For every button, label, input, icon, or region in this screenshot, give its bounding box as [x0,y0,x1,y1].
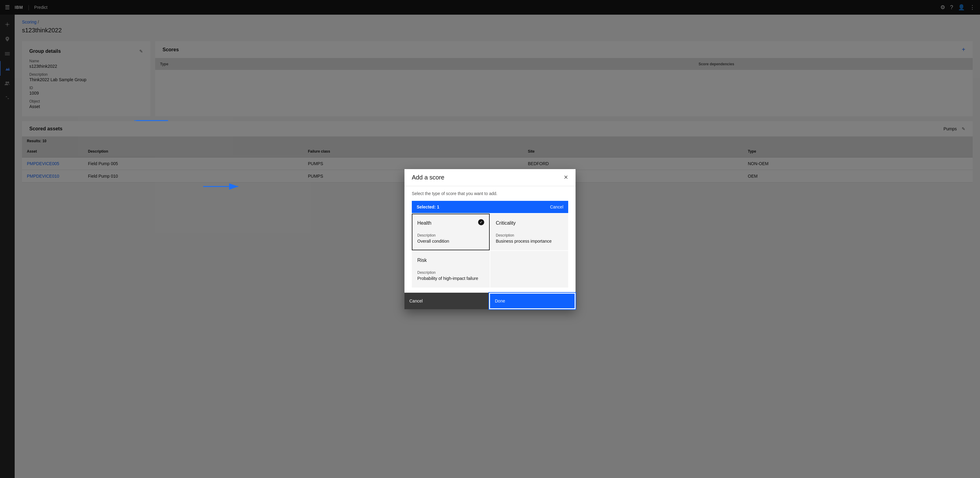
modal-subtitle: Select the type of score that you want t… [412,191,568,196]
score-option-risk[interactable]: Risk Description Probability of high-imp… [412,251,490,287]
criticality-desc-label: Description [496,233,563,237]
risk-desc-label: Description [417,270,484,275]
score-option-criticality[interactable]: Criticality Description Business process… [490,214,568,250]
risk-option-name: Risk [417,257,484,263]
selection-bar: Selected: 1 Cancel [412,201,568,213]
add-score-modal: Add a score ✕ Select the type of score t… [404,169,576,309]
main-content: Scoring / s123think2022 Group details ✎ … [15,15,980,478]
modal-close-button[interactable]: ✕ [564,174,568,181]
modal-done-button[interactable]: Done [489,293,576,309]
health-option-name: Health [417,221,484,226]
arrow-bottom [202,182,241,191]
selection-cancel-button[interactable]: Cancel [550,205,563,210]
selection-text: Selected: 1 [417,205,439,210]
modal-title: Add a score [412,174,444,181]
modal-body: Select the type of score that you want t… [404,186,576,292]
health-desc-value: Overall condition [417,239,484,244]
criticality-desc-value: Business process importance [496,239,563,244]
risk-desc-value: Probability of high-impact failure [417,276,484,281]
health-desc-label: Description [417,233,484,237]
health-check-icon: ✓ [478,219,484,225]
modal-cancel-button[interactable]: Cancel [404,293,489,309]
modal-footer: Cancel Done [404,292,576,309]
arrow-left [134,116,171,125]
criticality-option-name: Criticality [496,221,563,226]
score-options-grid: Health ✓ Description Overall condition C… [412,214,568,287]
modal-header: Add a score ✕ [404,169,576,186]
score-option-empty [490,251,568,287]
modal-overlay: Add a score ✕ Select the type of score t… [0,0,980,478]
score-option-health[interactable]: Health ✓ Description Overall condition [412,214,490,250]
